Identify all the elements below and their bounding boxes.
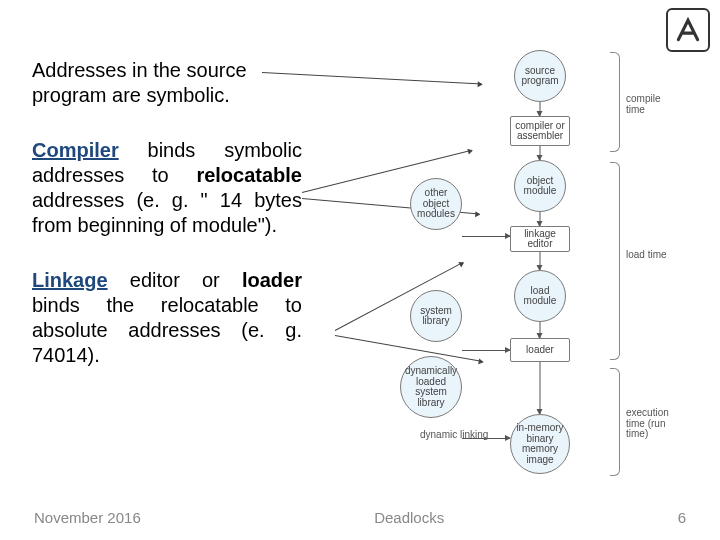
label: dynamically loaded system library (404, 366, 458, 408)
harrow (462, 236, 510, 237)
node-compiler-assembler: compiler or assembler (510, 116, 570, 146)
logo-glyph (672, 14, 704, 46)
arrow (540, 212, 541, 226)
relocatable-term: relocatable (196, 164, 302, 186)
node-system-library: system library (410, 290, 462, 342)
para-linkage: Linkage editor or loader binds the reloc… (32, 268, 302, 368)
para3-mid1: editor or (108, 269, 242, 291)
node-object-module: object module (514, 160, 566, 212)
para1-text: Addresses in the source program are symb… (32, 59, 247, 106)
footer-page: 6 (678, 509, 686, 526)
label: object module (518, 176, 562, 197)
node-source-program: source program (514, 50, 566, 102)
para-compiler: Compiler binds symbolic addresses to rel… (32, 138, 302, 238)
brace-exec (610, 368, 620, 476)
slide-footer: November 2016 Deadlocks 6 (0, 509, 720, 526)
linkage-term: Linkage (32, 269, 108, 291)
para2-tail: addresses (e. g. " 14 bytes from beginni… (32, 189, 302, 236)
brace-compile (610, 52, 620, 152)
binding-diagram: source program compiler or assembler obj… (370, 50, 710, 500)
node-dyn-loaded-syslib: dynamically loaded system library (400, 356, 462, 418)
institution-logo (666, 8, 710, 52)
arrow (540, 252, 541, 270)
compiler-term: Compiler (32, 139, 119, 161)
brace-compile-label: compile time (626, 94, 676, 115)
brace-exec-label: execution time (run time) (626, 408, 686, 440)
node-in-mem-image: in-memory binary memory image (510, 414, 570, 474)
main-text-column: Addresses in the source program are symb… (32, 58, 302, 398)
label: linkage editor (514, 229, 566, 250)
node-linkage-editor: linkage editor (510, 226, 570, 252)
node-loader: loader (510, 338, 570, 362)
arrow (540, 146, 541, 160)
label: compiler or assembler (514, 121, 566, 142)
para-symbolic: Addresses in the source program are symb… (32, 58, 302, 108)
node-other-object-modules: other object modules (410, 178, 462, 230)
footer-date: November 2016 (34, 509, 141, 526)
brace-load (610, 162, 620, 360)
arrow (540, 322, 541, 338)
dynamic-linking-label: dynamic linking (420, 430, 488, 441)
loader-term: loader (242, 269, 302, 291)
arrow (540, 362, 541, 414)
node-load-module: load module (514, 270, 566, 322)
label: other object modules (414, 188, 458, 220)
arrow (540, 102, 541, 116)
label: system library (414, 306, 458, 327)
label: in-memory binary memory image (514, 423, 566, 465)
brace-load-label: load time (626, 250, 676, 261)
label: load module (518, 286, 562, 307)
harrow (462, 350, 510, 351)
label: source program (518, 66, 562, 87)
footer-topic: Deadlocks (374, 509, 444, 526)
para3-tail: binds the relocatable to absolute addres… (32, 294, 302, 366)
label: loader (526, 345, 554, 356)
